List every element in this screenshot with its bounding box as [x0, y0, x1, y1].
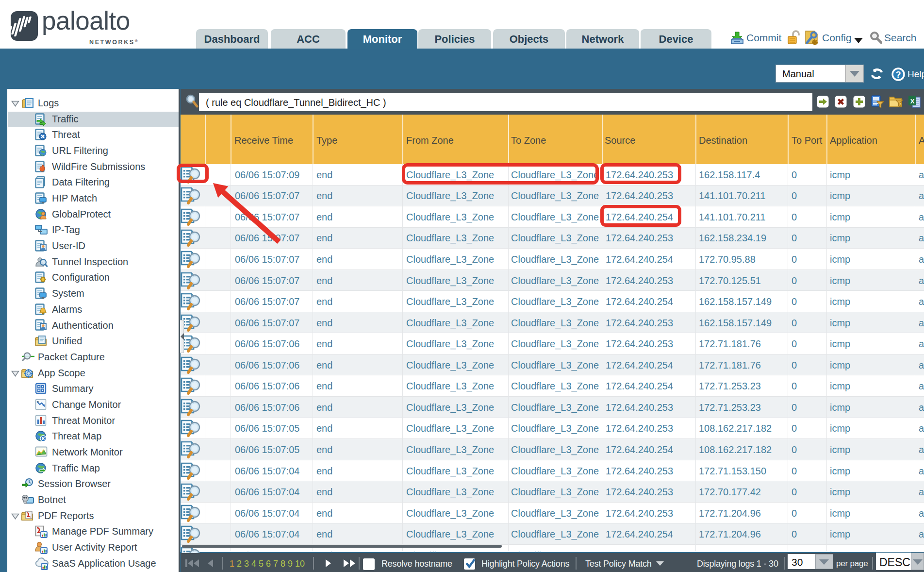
svg-text:?: ?	[896, 70, 901, 80]
svg-text:X: X	[910, 98, 915, 105]
